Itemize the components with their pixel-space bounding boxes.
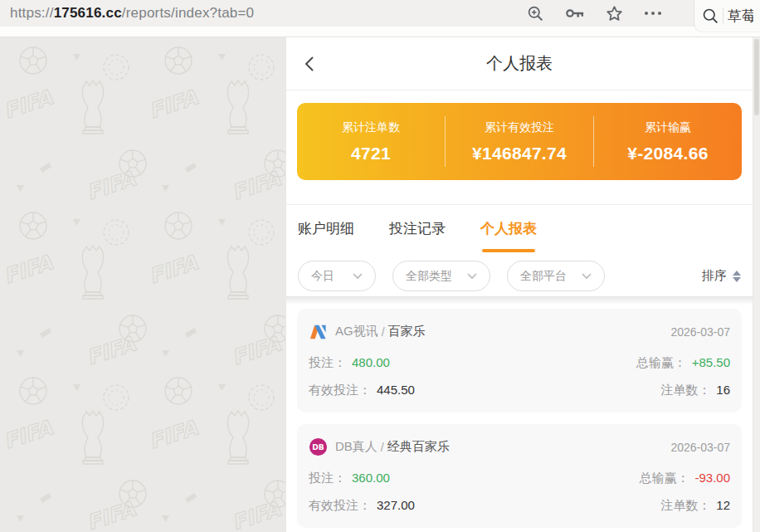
report-card-header: DB DB真人 / 经典百家乐 2026-03-07	[309, 437, 730, 456]
more-menu-icon[interactable]	[644, 10, 662, 17]
ag-logo-icon	[309, 322, 328, 341]
filter-date-value: 今日	[311, 269, 334, 284]
chevron-down-icon	[467, 273, 477, 280]
report-card-header: AG视讯 / 百家乐 2026-03-07	[309, 322, 730, 341]
stat-total-bet-count: 累计注单数 4721	[297, 103, 445, 180]
valid-bet-value: 445.50	[377, 383, 415, 397]
divider	[723, 7, 723, 24]
url-domain: 175616.cc	[54, 5, 122, 21]
filter-date-dropdown[interactable]: 今日	[298, 261, 376, 291]
winloss-value: -93.00	[694, 471, 730, 485]
search-shortcut-label: 草莓	[728, 7, 753, 26]
report-card: AG视讯 / 百家乐 2026-03-07 投注： 480.00 总输赢： +8…	[297, 309, 742, 412]
bet-value: 360.00	[352, 471, 390, 485]
browser-toolbar-icons	[527, 0, 662, 27]
report-row: 有效投注： 445.50 注单数： 16	[309, 383, 730, 398]
search-icon	[702, 7, 719, 24]
stat-total-valid-bet: 累计有效投注 ¥146847.74	[446, 103, 593, 180]
summary-stats-card: 累计注单数 4721 累计有效投注 ¥146847.74 累计输赢 ¥-2084…	[297, 103, 742, 180]
sort-control[interactable]: 排序	[702, 268, 741, 284]
stat-label: 累计有效投注	[485, 120, 554, 135]
bet-label: 投注：	[309, 355, 346, 371]
winloss-value: +85.50	[692, 355, 730, 369]
tab-bet-records[interactable]: 投注记录	[389, 205, 446, 252]
content: FIFA	[0, 37, 760, 532]
game-name: 经典百家乐	[387, 439, 450, 455]
scrollbar-track[interactable]	[753, 37, 760, 532]
winloss-label: 总输赢：	[639, 471, 689, 486]
tab-bar: 账户明细 投注记录 个人报表	[286, 204, 753, 252]
filter-platform-dropdown[interactable]: 全部平台	[507, 261, 605, 291]
key-icon[interactable]	[565, 5, 585, 22]
sort-arrows-icon	[733, 271, 741, 282]
tab-personal-report[interactable]: 个人报表	[480, 205, 537, 252]
stat-value: 4721	[351, 144, 391, 164]
valid-bet-value: 327.00	[377, 498, 415, 512]
filter-type-value: 全部类型	[406, 269, 452, 284]
panel-header: 个人报表	[286, 37, 753, 90]
report-date: 2026-03-07	[670, 325, 730, 339]
db-logo-icon: DB	[309, 437, 328, 456]
valid-bet-label: 有效投注：	[309, 383, 371, 398]
game-name: 百家乐	[388, 324, 426, 339]
bet-label: 投注：	[309, 471, 346, 486]
chevron-down-icon	[353, 273, 363, 280]
chevron-down-icon	[582, 273, 592, 280]
report-card: DB DB真人 / 经典百家乐 2026-03-07 投注： 360.00 总输…	[297, 424, 742, 528]
page-title: 个人报表	[486, 52, 553, 75]
report-row: 投注： 360.00 总输赢： -93.00	[309, 471, 730, 486]
stat-label: 累计注单数	[342, 120, 400, 135]
url-text[interactable]: https://175616.cc/reports/index?tab=0	[10, 5, 254, 22]
report-row: 投注： 480.00 总输赢： +85.50	[309, 355, 730, 371]
bet-count-label: 注单数：	[660, 383, 710, 398]
report-date: 2026-03-07	[670, 441, 730, 454]
svg-text:DB: DB	[312, 443, 324, 451]
stat-value: ¥146847.74	[472, 144, 567, 164]
bet-count-value: 16	[716, 383, 730, 397]
url-path: /reports/index?tab=0	[122, 5, 254, 21]
name-separator: /	[382, 325, 385, 339]
report-row: 有效投注： 327.00 注单数： 12	[309, 498, 730, 514]
tab-account-details[interactable]: 账户明细	[298, 205, 354, 252]
name-separator: /	[381, 441, 384, 454]
stat-total-winloss: 累计输赢 ¥-2084.66	[594, 103, 742, 180]
filter-type-dropdown[interactable]: 全部类型	[392, 261, 490, 291]
fifa-watermark-background: FIFA	[0, 37, 285, 532]
report-list: AG视讯 / 百家乐 2026-03-07 投注： 480.00 总输赢： +8…	[286, 305, 753, 532]
star-bookmark-icon[interactable]	[606, 5, 623, 22]
filter-bar: 今日 全部类型 全部平台 排序	[286, 252, 753, 296]
report-panel: 个人报表 累计注单数 4721 累计有效投注 ¥146847.74 累计输赢 ¥…	[285, 37, 753, 532]
browser-search-box[interactable]: 草莓	[694, 0, 760, 32]
fifa-pattern-graphic: FIFA	[0, 37, 285, 532]
stat-value: ¥-2084.66	[627, 144, 708, 164]
back-button[interactable]	[297, 51, 322, 76]
provider-name: AG视讯	[335, 324, 378, 339]
valid-bet-label: 有效投注：	[309, 498, 371, 514]
browser-subbar	[0, 27, 760, 37]
bet-count-label: 注单数：	[660, 498, 710, 514]
stat-label: 累计输赢	[645, 120, 691, 135]
browser-address-bar: https://175616.cc/reports/index?tab=0 草莓	[0, 0, 760, 27]
url-scheme: https://	[10, 5, 54, 21]
chevron-left-icon	[303, 56, 316, 72]
provider-name: DB真人	[335, 439, 378, 455]
zoom-in-icon[interactable]	[527, 5, 544, 22]
bet-count-value: 12	[716, 498, 730, 512]
filter-platform-value: 全部平台	[520, 269, 567, 284]
section-shadow	[286, 296, 753, 305]
winloss-label: 总输赢：	[636, 355, 686, 371]
bet-value: 480.00	[352, 355, 390, 369]
screen: https://175616.cc/reports/index?tab=0 草莓	[0, 0, 760, 532]
sort-label: 排序	[702, 268, 727, 284]
scrollbar-thumb[interactable]	[754, 39, 759, 115]
